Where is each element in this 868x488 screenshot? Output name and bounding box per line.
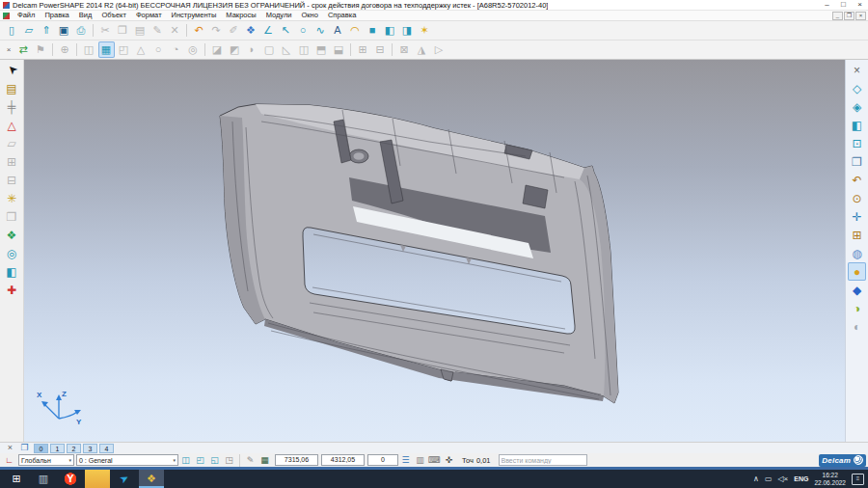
workplane-align-icon[interactable]: ◱ <box>208 454 222 467</box>
solid-block-icon[interactable]: ▦ <box>98 41 115 58</box>
calculator-icon[interactable]: ▥ <box>414 454 427 467</box>
solid-extrude-icon[interactable]: ◫ <box>81 41 97 58</box>
volume-muted-icon[interactable]: ◁× <box>777 474 788 483</box>
shaded-view-icon[interactable]: ● <box>848 262 866 281</box>
mdi-close-button[interactable]: × <box>855 12 866 20</box>
iso1-view-icon[interactable]: ◇ <box>848 79 866 97</box>
level-selector[interactable]: 0 : General ▾ <box>76 454 178 466</box>
coord-y-field[interactable]: 4312,05 <box>321 454 365 466</box>
solid-boss-icon[interactable]: ◩ <box>227 41 243 58</box>
zoom-in-out-icon[interactable]: ⊙ <box>848 189 866 207</box>
copy-icon[interactable]: ❐ <box>115 22 131 39</box>
new-model-icon[interactable]: ▯ <box>4 22 20 39</box>
solid-shell-icon[interactable]: ▢ <box>261 41 278 58</box>
solid-wizard-icon[interactable]: ▷ <box>431 41 448 58</box>
polyline-icon[interactable]: ∠ <box>260 22 277 39</box>
model-doctor-icon[interactable]: ✚ <box>3 281 21 299</box>
solid-icon[interactable]: ■ <box>365 22 381 39</box>
solid-plane-icon[interactable]: ◰ <box>116 41 132 58</box>
iso2-view-icon[interactable]: ◈ <box>848 97 866 116</box>
workplane-pair-icon[interactable]: ⊞ <box>3 152 21 171</box>
solid-split-icon[interactable]: ◫ <box>296 41 312 58</box>
workplane-create-icon[interactable]: ◰ <box>194 454 207 467</box>
solid-add-icon[interactable]: ⊕ <box>57 41 73 58</box>
wireframe-shading-icon[interactable]: ◍ <box>848 244 866 262</box>
levels-palette-icon[interactable]: ❖ <box>243 22 259 39</box>
menu-file[interactable]: Файл <box>13 11 40 21</box>
window-tab-4[interactable]: 4 <box>99 444 114 453</box>
solid-cone-icon[interactable]: △ <box>133 41 149 58</box>
solid-morph-icon[interactable]: ⬓ <box>331 41 347 58</box>
close-button[interactable]: × <box>852 0 868 10</box>
close-views-icon[interactable]: × <box>848 61 866 79</box>
cursor-position-icon[interactable]: ✜ <box>443 454 456 467</box>
menu-view[interactable]: Вид <box>74 11 97 21</box>
window-tab-2[interactable]: 2 <box>67 444 81 453</box>
version-compare-icon[interactable]: ⇄ <box>15 41 32 58</box>
menu-macros[interactable]: Макросы <box>221 11 260 21</box>
solid-fillet-icon[interactable]: ◗ <box>244 41 260 58</box>
circle-icon[interactable]: ○ <box>295 22 312 39</box>
window-tab-1[interactable]: 1 <box>50 444 65 453</box>
cut-icon[interactable]: ✂ <box>97 22 114 39</box>
model-3d[interactable] <box>24 60 845 442</box>
menu-edit[interactable]: Правка <box>40 11 73 21</box>
solid-wrap-icon[interactable]: ⬒ <box>313 41 330 58</box>
shading-options-icon[interactable]: ◐ <box>848 317 866 336</box>
solid-simplify-icon[interactable]: ◧ <box>3 262 21 281</box>
tray-expand-icon[interactable]: ∧ <box>753 474 759 483</box>
import-icon[interactable]: ⇑ <box>39 22 55 39</box>
find-duplicates-icon[interactable]: ◎ <box>3 244 21 262</box>
taskbar-powershape-icon[interactable]: ❖ <box>139 470 164 488</box>
workplane-selector[interactable]: Глобальн ▾ <box>18 454 74 466</box>
open-model-icon[interactable]: ▱ <box>21 22 38 39</box>
mdi-minimize-button[interactable]: _ <box>832 12 843 20</box>
menu-tools[interactable]: Инструменты <box>167 11 222 21</box>
edit-pencil-icon[interactable]: ✐ <box>226 22 242 39</box>
taskbar-pc-icon[interactable]: ▥ <box>31 470 56 488</box>
boolean-subtract-icon[interactable]: ⊟ <box>372 41 389 58</box>
assembly-icon[interactable]: ◨ <box>399 22 416 39</box>
text-icon[interactable]: A <box>330 22 346 39</box>
wizard-icon[interactable]: ✶ <box>417 22 433 39</box>
start-button[interactable]: ⊞ <box>4 470 29 488</box>
mdi-restore-button[interactable]: ❐ <box>844 12 854 20</box>
close-toolbar-icon[interactable]: × <box>4 41 14 58</box>
solid-torus-icon[interactable]: ◎ <box>185 41 202 58</box>
sheets-icon[interactable]: ❐ <box>3 207 21 226</box>
maximize-button[interactable]: □ <box>835 0 852 10</box>
clock[interactable]: 16:22 22.06.2022 <box>814 472 846 487</box>
workplane-single-icon[interactable]: ⊟ <box>3 171 21 189</box>
print-icon[interactable]: ⎙ <box>73 22 90 39</box>
boolean-add-icon[interactable]: ⊞ <box>355 41 371 58</box>
surface-compare-icon[interactable]: ❖ <box>3 226 21 244</box>
save-icon[interactable]: ▣ <box>56 22 72 39</box>
menu-format[interactable]: Формат <box>131 11 167 21</box>
window-tab-0[interactable]: 0 <box>34 444 48 453</box>
menu-window[interactable]: Окно <box>297 11 323 21</box>
toolbar-slider[interactable]: ╪ <box>3 97 21 116</box>
boolean-intersect-icon[interactable]: ⊠ <box>396 41 413 58</box>
surface-icon[interactable]: ◠ <box>347 22 364 39</box>
solid-sphere-icon[interactable]: ○ <box>150 41 167 58</box>
menu-modules[interactable]: Модули <box>261 11 297 21</box>
keyboard-input-icon[interactable]: ⌨ <box>428 454 442 467</box>
minimize-button[interactable]: – <box>819 0 835 10</box>
arrow-annotate-icon[interactable]: ↖ <box>278 22 294 39</box>
action-center-icon[interactable]: ≡ <box>852 474 864 485</box>
feature-recognition-icon[interactable]: ◮ <box>414 41 430 58</box>
solid-spring-icon[interactable]: ◔ <box>168 41 184 58</box>
network-icon[interactable]: ▭ <box>765 474 773 483</box>
view-along-axis-icon[interactable]: ⊡ <box>848 134 866 152</box>
enhanced-shading-icon[interactable]: ◑ <box>848 299 866 317</box>
taskbar-explorer-icon[interactable] <box>85 470 110 488</box>
coord-z-field[interactable]: 0 <box>367 454 398 466</box>
menu-object[interactable]: Объект <box>96 11 131 21</box>
taskbar-yandex-icon[interactable]: Y <box>58 470 83 488</box>
grid-icon[interactable]: ▦ <box>258 454 272 467</box>
curve-icon[interactable]: ∿ <box>312 22 329 39</box>
format-painter-icon[interactable]: ✎ <box>149 22 166 39</box>
zoom-previous-icon[interactable]: ↶ <box>848 171 866 189</box>
menu-help[interactable]: Справка <box>323 11 361 21</box>
language-indicator[interactable]: ENG <box>794 475 808 482</box>
